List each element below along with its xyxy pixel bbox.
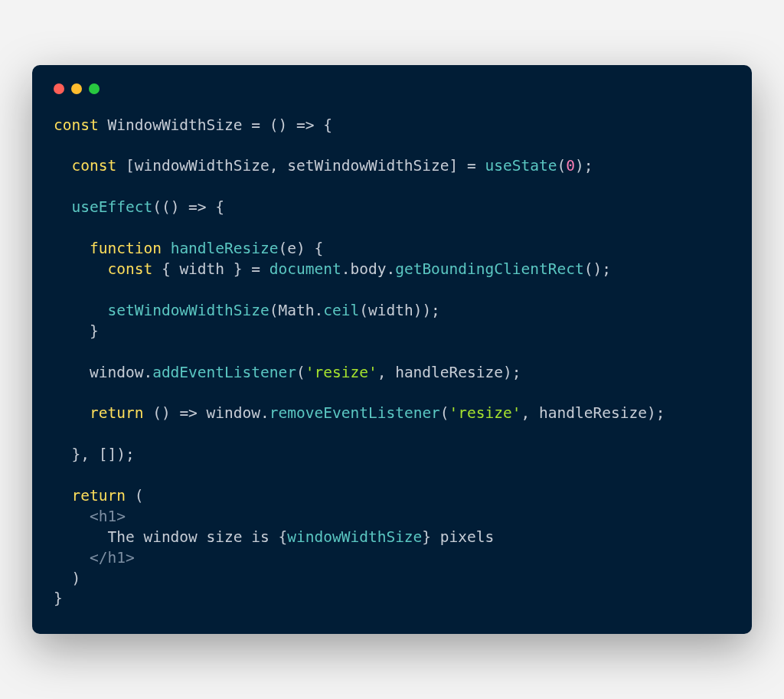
code-token-plain [54,302,107,319]
code-token-plain: ( [126,487,143,505]
code-token-plain: , handleResize); [377,364,521,381]
code-token-keyword: return [90,404,143,422]
code-token-plain: (Math. [270,302,323,319]
code-token-plain: [windowWidthSize, setWindowWidthSize] = [116,157,485,175]
code-token-plain: (() => { [152,198,224,216]
code-token-plain [54,240,90,257]
code-token-fn: windowWidthSize [287,528,422,546]
code-token-fn: handleResize [171,240,279,257]
code-token-keyword: const [71,157,116,175]
code-line: function handleResize(e) { [54,240,323,257]
code-token-plain: window. [54,364,152,381]
code-token-fn: useEffect [71,198,152,216]
code-token-plain: ( [557,157,566,175]
code-token-plain: WindowWidthSize = () => { [99,116,332,134]
code-token-plain: (width)); [359,302,440,319]
code-line: </h1> [54,549,135,567]
code-token-fn: ceil [323,302,359,319]
code-token-number: 0 [566,157,575,175]
code-line: } [54,322,99,340]
code-window: const WindowWidthSize = () => { const [w… [32,65,752,635]
code-line: setWindowWidthSize(Math.ceil(width)); [54,302,440,319]
code-line: useEffect(() => { [54,198,224,216]
code-token-plain: } [54,590,63,607]
code-token-plain: } [54,322,99,340]
code-token-keyword: function [90,240,162,257]
code-token-keyword: const [107,260,152,278]
code-token-tag: <h1> [90,508,126,525]
code-line: <h1> [54,508,126,525]
code-token-tag: </h1> [90,549,135,567]
code-token-plain [162,240,171,257]
code-token-plain: }, []); [54,446,135,463]
window-controls [54,83,730,94]
code-token-string: 'resize' [449,404,521,422]
code-token-keyword: const [54,116,99,134]
code-token-plain: (e) { [279,240,324,257]
code-token-fn: getBoundingClientRect [395,260,584,278]
code-line: const WindowWidthSize = () => { [54,116,332,134]
code-line: The window size is {windowWidthSize} pix… [54,528,494,546]
code-token-plain: The window size is { [54,528,287,546]
code-token-fn: useState [485,157,557,175]
close-icon[interactable] [54,83,64,94]
code-token-plain: ( [440,404,449,422]
code-token-fn: document [270,260,341,278]
code-token-plain: () => window. [143,404,269,422]
code-line: }, []); [54,446,135,463]
code-token-plain [54,157,71,175]
code-line: return () => window.removeEventListener(… [54,404,665,422]
code-token-plain: .body. [341,260,395,278]
code-token-plain: } pixels [422,528,494,546]
code-token-fn: setWindowWidthSize [107,302,269,319]
code-token-plain: ) [54,570,80,587]
code-token-plain: , handleResize); [521,404,665,422]
code-token-plain: { width } = [152,260,270,278]
code-line: ) [54,570,80,587]
code-token-fn: addEventListener [152,364,296,381]
code-token-plain [54,549,90,567]
code-token-plain [54,508,90,525]
code-block: const WindowWidthSize = () => { const [w… [54,116,730,610]
code-token-plain: ); [575,157,593,175]
minimize-icon[interactable] [71,83,82,94]
code-token-plain [54,260,107,278]
code-token-plain: ( [296,364,305,381]
code-line: return ( [54,487,143,505]
code-token-fn: removeEventListener [270,404,440,422]
code-line: window.addEventListener('resize', handle… [54,364,521,381]
code-token-keyword: return [71,487,125,505]
code-token-plain [54,404,90,422]
maximize-icon[interactable] [89,83,100,94]
code-token-plain [54,487,71,505]
code-line: const { width } = document.body.getBound… [54,260,611,278]
code-token-plain: (); [584,260,611,278]
code-line: const [windowWidthSize, setWindowWidthSi… [54,157,593,175]
code-line: } [54,590,63,607]
code-token-string: 'resize' [305,364,377,381]
code-token-plain [54,198,71,216]
